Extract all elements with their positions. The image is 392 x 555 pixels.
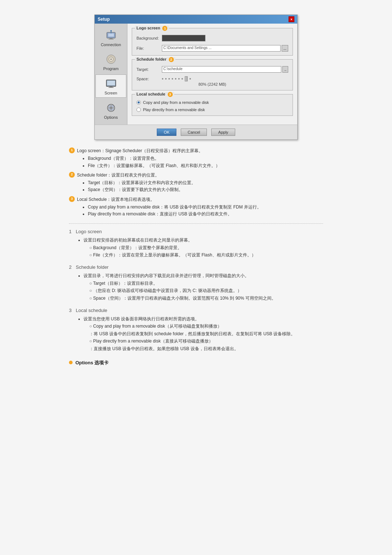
doc-sub-3-2: Play directly from a removable disk（直接从可… bbox=[89, 337, 323, 352]
dialog-buttons: OK Cancel Apply bbox=[95, 125, 297, 139]
svg-point-16 bbox=[110, 110, 112, 112]
doc-title-2: 2 Schedule folder bbox=[69, 264, 323, 270]
radio-play-button[interactable] bbox=[136, 108, 141, 112]
doc-bullet-3: 设置当您使用 USB 设备面非网络执行日程表时所需的选项。 Copy and p… bbox=[76, 315, 323, 352]
doc-title-1: 1 Logo screen bbox=[69, 229, 323, 234]
svg-rect-10 bbox=[107, 81, 115, 85]
svg-point-8 bbox=[110, 58, 112, 60]
doc-sub-list-3: Copy and play from a removable disk（从可移动… bbox=[83, 323, 323, 352]
slider-dot bbox=[175, 78, 176, 80]
annotation-item-2: 2 Schedule folder：设置日程表文件的位置。 Target（目标）… bbox=[69, 171, 323, 194]
svg-point-4 bbox=[110, 30, 112, 32]
doc-bullet-2: 设置目录，可将进行日程安排的内容下载至此目录并进行管理，同时管理磁盘的大小。 T… bbox=[76, 272, 323, 302]
background-input[interactable] bbox=[162, 35, 205, 41]
logo-screen-title: Logo screen 1 bbox=[135, 26, 169, 31]
sidebar-item-connection[interactable]: Connection bbox=[95, 27, 126, 49]
slider-value: 80% (2242 MB) bbox=[136, 82, 288, 86]
svg-rect-2 bbox=[110, 38, 113, 39]
dialog-sidebar: Connection Program bbox=[95, 24, 127, 125]
doc-bullet-3-item: 设置当您使用 USB 设备面非网络执行日程表时所需的选项。 Copy and p… bbox=[83, 315, 323, 352]
radio-copy-label: Copy and play from a removable disk bbox=[143, 100, 209, 105]
dialog-titlebar: Setup × bbox=[95, 15, 297, 24]
annotation-1-bullets: Background（背景）：设置背景色。 File（文件）：设置徽标屏幕。（可… bbox=[77, 155, 220, 169]
svg-rect-1 bbox=[108, 33, 114, 37]
annotation-item-1: 1 Logo screen：Signage Scheduler（日程安排器）程序… bbox=[69, 147, 323, 170]
annotation-3-bullets: Copy and play from a removable disk：将 US… bbox=[77, 204, 261, 218]
annotation-2-text: Schedule folder：设置日程表文件的位置。 bbox=[77, 173, 159, 178]
file-label: File: bbox=[136, 46, 162, 50]
apply-button[interactable]: Apply bbox=[211, 129, 235, 136]
space-row: Space: bbox=[136, 76, 288, 81]
svg-point-17 bbox=[107, 107, 109, 109]
schedule-folder-title: Schedule folder 2 bbox=[135, 57, 175, 62]
annotation-2-bullet-2: Space（空间）：设置要下载的文件的大小限制。 bbox=[88, 186, 196, 193]
target-browse-button[interactable]: .. bbox=[282, 66, 288, 73]
options-tab-label: Options 选项卡 bbox=[69, 360, 323, 366]
sidebar-item-options[interactable]: Options bbox=[95, 99, 126, 122]
dialog-body: Connection Program bbox=[95, 24, 297, 125]
annotation-item-3: 3 Local Schedule：设置本地日程表选项。 Copy and pla… bbox=[69, 196, 323, 219]
doc-bullet-2-item: 设置目录，可将进行日程安排的内容下载至此目录并进行管理，同时管理磁盘的大小。 T… bbox=[83, 272, 323, 302]
doc-content-3: 设置当您使用 USB 设备面非网络执行日程表时所需的选项。 Copy and p… bbox=[69, 315, 323, 352]
screen-label: Screen bbox=[105, 91, 117, 95]
target-input[interactable]: C:\schedule bbox=[162, 66, 281, 73]
annotation-section: 1 Logo screen：Signage Scheduler（日程安排器）程序… bbox=[69, 147, 323, 224]
options-icon bbox=[105, 101, 118, 114]
svg-rect-11 bbox=[110, 86, 113, 87]
annotation-1-bullet-1: Background（背景）：设置背景色。 bbox=[88, 155, 220, 162]
program-label: Program bbox=[103, 66, 118, 71]
doc-heading-2: Schedule folder bbox=[76, 264, 109, 270]
sidebar-item-screen[interactable]: Screen bbox=[95, 74, 126, 98]
screen-icon bbox=[105, 77, 118, 90]
file-row: File: C:\Documents and Settings ... ... bbox=[136, 45, 288, 52]
schedule-folder-section: Schedule folder 2 Target: C:\schedule ..… bbox=[132, 59, 293, 90]
radio-copy[interactable]: Copy and play from a removable disk bbox=[136, 100, 288, 105]
doc-sub-2-1: Target（目标）：设置目标目录。 bbox=[89, 280, 323, 287]
file-input[interactable]: C:\Documents and Settings ... bbox=[162, 45, 281, 52]
doc-title-3: 3 Local schedule bbox=[69, 308, 323, 313]
cancel-button[interactable]: Cancel bbox=[181, 129, 207, 136]
slider-track bbox=[162, 76, 288, 81]
radio-play-label: Play directly from a removable disk bbox=[143, 108, 205, 112]
dialog-content: Logo screen 1 Background: File: C:\Docum… bbox=[127, 24, 297, 125]
options-tab-text: Options 选项卡 bbox=[75, 360, 109, 365]
annotation-2-bullet-1: Target（目标）：设置屏幕设计文件和内容文件的位置。 bbox=[88, 179, 196, 186]
doc-bullet-1-item: 设置日程安排器的初始屏幕或在日程表之间显示的屏幕。 Background（背景）… bbox=[83, 236, 323, 259]
slider-dot bbox=[165, 78, 167, 80]
sidebar-item-program[interactable]: Program bbox=[95, 50, 126, 73]
annotation-3-bullet-1: Copy and play from a removable disk：将 US… bbox=[88, 204, 261, 211]
svg-point-14 bbox=[110, 107, 112, 109]
doc-num-2: 2 bbox=[69, 264, 72, 270]
badge-1: 1 bbox=[69, 147, 75, 153]
connection-label: Connection bbox=[101, 42, 121, 47]
background-row: Background: bbox=[136, 35, 288, 41]
annotation-3-content: Local Schedule：设置本地日程表选项。 Copy and play … bbox=[77, 196, 261, 219]
close-button[interactable]: × bbox=[289, 16, 294, 22]
program-icon bbox=[105, 53, 118, 66]
separator bbox=[69, 223, 323, 224]
slider-handle[interactable] bbox=[185, 76, 188, 81]
doc-content-2: 设置目录，可将进行日程安排的内容下载至此目录并进行管理，同时管理磁盘的大小。 T… bbox=[69, 272, 323, 302]
logo-screen-badge: 1 bbox=[162, 26, 167, 31]
radio-play[interactable]: Play directly from a removable disk bbox=[136, 108, 288, 112]
doc-sub-1-1: Background（背景）：设置整个屏幕的背景。 bbox=[89, 244, 323, 251]
radio-copy-button[interactable] bbox=[136, 100, 141, 105]
slider-dot bbox=[178, 78, 180, 80]
setup-dialog: Setup × bbox=[94, 15, 298, 140]
file-browse-button[interactable]: ... bbox=[282, 45, 288, 52]
doc-section-1: 1 Logo screen 设置日程安排器的初始屏幕或在日程表之间显示的屏幕。 … bbox=[69, 229, 323, 259]
annotation-2-bullets: Target（目标）：设置屏幕设计文件和内容文件的位置。 Space（空间）：设… bbox=[77, 179, 196, 193]
annotation-1-bullet-2: File（文件）：设置徽标屏幕。（可设置 Flash、相片和影片文件。） bbox=[88, 162, 220, 169]
local-schedule-section: Local schedule 3 Copy and play from a re… bbox=[132, 94, 293, 116]
doc-num-1: 1 bbox=[69, 229, 72, 234]
ok-button[interactable]: OK bbox=[157, 129, 176, 136]
connection-icon bbox=[105, 29, 118, 42]
annotation-3-bullet-2: Play directly from a removable disk：直接运行… bbox=[88, 211, 261, 218]
doc-num-3: 3 bbox=[69, 308, 72, 313]
slider-dot bbox=[189, 78, 191, 80]
doc-sub-2-2: （您应在 D: 驱动器或可移动磁盘中设置目录，因为 C: 驱动器用作系统盘。） bbox=[89, 287, 323, 294]
doc-sub-1-2: File（文件）：设置在背景上显示的徽标屏幕。（可设置 Flash、相片或影片文… bbox=[89, 251, 323, 259]
doc-bullet-1: 设置日程安排器的初始屏幕或在日程表之间显示的屏幕。 Background（背景）… bbox=[76, 236, 323, 259]
badge-2: 2 bbox=[69, 172, 75, 178]
doc-section-2: 2 Schedule folder 设置目录，可将进行日程安排的内容下载至此目录… bbox=[69, 264, 323, 302]
